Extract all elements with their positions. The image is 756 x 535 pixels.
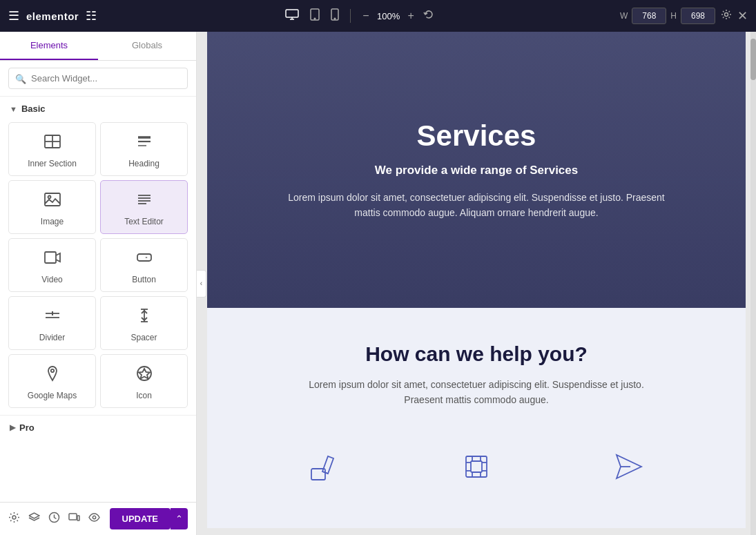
height-input[interactable] <box>681 8 715 24</box>
widget-divider-label: Divider <box>39 333 65 342</box>
svg-point-28 <box>50 369 53 372</box>
widget-button[interactable]: Button <box>100 238 188 292</box>
services-body: Lorem ipsum dolor sit amet, consectetuer… <box>293 377 659 408</box>
preview-icon[interactable] <box>88 512 100 526</box>
svg-point-15 <box>48 196 50 199</box>
service-send-icon-box <box>552 433 704 500</box>
svg-point-6 <box>334 18 336 19</box>
tablet-icon[interactable] <box>307 6 322 26</box>
sidebar-tabs: Elements Globals <box>0 32 196 61</box>
spacer-icon <box>135 307 153 329</box>
svg-rect-38 <box>466 456 487 477</box>
desktop-icon[interactable] <box>282 6 302 26</box>
widget-video[interactable]: Video <box>8 238 96 292</box>
svg-point-7 <box>724 13 728 17</box>
text-editor-icon <box>135 191 153 213</box>
canvas-inner: Services We provide a wide range of Serv… <box>207 32 746 528</box>
main-layout: Elements Globals 🔍 ▼ Basic <box>0 32 756 535</box>
settings-icon[interactable] <box>721 9 732 23</box>
close-icon[interactable]: ✕ <box>737 8 748 23</box>
hero-title: Services <box>276 119 677 153</box>
zoom-out-button[interactable]: − <box>359 8 372 23</box>
history-icon[interactable] <box>48 512 60 526</box>
tab-elements[interactable]: Elements <box>0 32 98 60</box>
widget-image-label: Image <box>41 217 64 226</box>
widget-spacer[interactable]: Spacer <box>100 296 188 350</box>
widget-divider[interactable]: Divider <box>8 296 96 350</box>
svg-rect-33 <box>69 514 77 520</box>
widget-inner-section-label: Inner Section <box>28 159 77 168</box>
height-label: H <box>670 11 677 21</box>
grid-icon[interactable]: ☷ <box>86 8 97 23</box>
top-bar: ☰ elementor ☷ − 100% + W H <box>0 0 756 32</box>
sidebar: Elements Globals 🔍 ▼ Basic <box>0 32 197 535</box>
service-frame-icon <box>459 449 494 484</box>
hero-section: Services We provide a wide range of Serv… <box>207 32 746 308</box>
widget-heading-label: Heading <box>128 159 159 168</box>
hero-body: Lorem ipsum dolor sit amet, consectetuer… <box>276 190 677 221</box>
svg-marker-30 <box>139 369 150 379</box>
services-section: How can we help you? Lorem ipsum dolor s… <box>207 308 746 528</box>
section-basic-header[interactable]: ▼ Basic <box>0 97 196 118</box>
canvas-area: ‹ Services We provide a wide range of Se… <box>197 32 756 535</box>
google-maps-icon <box>43 364 61 387</box>
responsive-icon[interactable] <box>68 512 80 526</box>
widget-google-maps-label: Google Maps <box>28 391 77 400</box>
pro-arrow: ▶ <box>10 423 15 432</box>
hero-subtitle: We provide a wide range of Services <box>276 164 677 177</box>
search-input[interactable] <box>8 68 188 89</box>
sidebar-collapse-button[interactable]: ‹ <box>197 270 206 298</box>
video-icon <box>43 249 61 271</box>
svg-rect-34 <box>77 516 79 521</box>
sidebar-bottom: UPDATE ⌃ <box>0 502 196 535</box>
svg-rect-21 <box>137 254 151 261</box>
section-basic-label: Basic <box>21 104 46 114</box>
services-icons-row <box>249 433 704 500</box>
undo-button[interactable] <box>423 9 434 23</box>
search-box: 🔍 <box>0 61 196 97</box>
layers-icon[interactable] <box>28 512 40 526</box>
update-button[interactable]: UPDATE <box>110 508 171 529</box>
image-icon <box>43 191 61 213</box>
app-title: elementor <box>26 10 79 22</box>
widget-heading[interactable]: Heading <box>100 122 188 176</box>
widgets-grid: Inner Section Heading <box>0 118 196 412</box>
widget-google-maps[interactable]: Google Maps <box>8 354 96 408</box>
svg-rect-14 <box>45 193 60 206</box>
width-label: W <box>620 11 628 21</box>
widget-button-label: Button <box>132 275 156 284</box>
canvas-scrollbar[interactable] <box>750 32 756 535</box>
service-edit-icon-box <box>249 433 400 500</box>
menu-icon[interactable]: ☰ <box>8 8 19 23</box>
icon-widget-icon <box>135 364 153 387</box>
mobile-icon[interactable] <box>328 6 342 26</box>
section-arrow: ▼ <box>10 105 17 113</box>
tab-globals[interactable]: Globals <box>98 32 196 60</box>
section-pro-header[interactable]: ▶ Pro <box>0 415 196 437</box>
widget-text-editor[interactable]: Text Editor <box>100 180 188 234</box>
svg-point-4 <box>314 18 316 19</box>
canvas-scrollbar-thumb[interactable] <box>750 39 756 80</box>
zoom-level: 100% <box>376 11 402 21</box>
divider-icon <box>43 307 61 329</box>
width-input[interactable] <box>632 8 666 24</box>
widget-icon-label: Icon <box>136 391 152 400</box>
settings-bottom-icon[interactable] <box>8 512 20 526</box>
svg-point-35 <box>93 516 95 518</box>
svg-rect-39 <box>471 461 482 472</box>
svg-rect-20 <box>45 252 56 263</box>
update-options-button[interactable]: ⌃ <box>171 508 188 529</box>
service-frame-icon-box <box>400 433 552 500</box>
widget-spacer-label: Spacer <box>130 333 157 342</box>
service-edit-icon <box>307 449 342 484</box>
svg-rect-0 <box>286 10 298 17</box>
widget-image[interactable]: Image <box>8 180 96 234</box>
zoom-in-button[interactable]: + <box>405 8 418 23</box>
hero-content: Services We provide a wide range of Serv… <box>276 119 677 221</box>
section-pro-label: Pro <box>19 422 35 433</box>
svg-point-31 <box>12 516 16 519</box>
widget-inner-section[interactable]: Inner Section <box>8 122 96 176</box>
widget-text-editor-label: Text Editor <box>124 217 164 226</box>
button-icon <box>135 249 153 271</box>
widget-icon[interactable]: Icon <box>100 354 188 408</box>
